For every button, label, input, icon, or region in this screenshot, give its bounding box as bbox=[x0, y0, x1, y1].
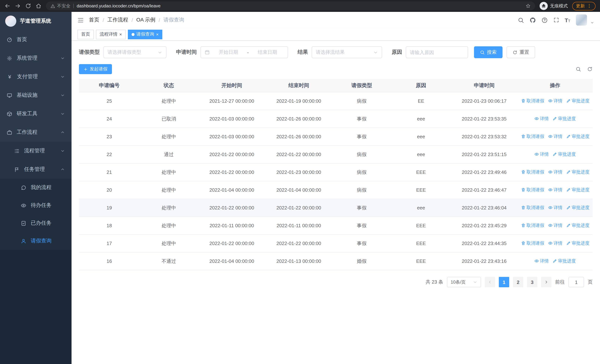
sidebar-item-system-management[interactable]: 系统管理 bbox=[0, 49, 72, 67]
detail-link[interactable]: 详情 bbox=[534, 258, 549, 264]
cell-status: 处理中 bbox=[140, 92, 198, 110]
help-icon[interactable] bbox=[541, 17, 548, 23]
sidebar-item-payment-management[interactable]: ¥ 支付管理 bbox=[0, 67, 72, 86]
reason-input[interactable] bbox=[406, 46, 468, 58]
reset-button[interactable]: 重置 bbox=[506, 46, 535, 58]
sidebar-item-home[interactable]: 首页 bbox=[0, 30, 72, 49]
detail-link[interactable]: 详情 bbox=[548, 205, 562, 211]
detail-label: 详情 bbox=[553, 169, 562, 175]
browser-menu-icon[interactable] bbox=[587, 3, 592, 9]
sidebar-item-dev-tools[interactable]: 研发工具 bbox=[0, 104, 72, 123]
tab-process-detail[interactable]: 流程详情 × bbox=[96, 29, 126, 39]
avatar[interactable] bbox=[576, 14, 587, 26]
approval-progress-label: 审批进度 bbox=[572, 205, 590, 211]
text-size-icon[interactable]: TT bbox=[565, 17, 570, 23]
security-indicator[interactable]: 不安全 bbox=[50, 3, 70, 9]
sidebar-item-my-process[interactable]: 我的流程 bbox=[0, 179, 72, 196]
address-bar[interactable]: 不安全 dashboard.yudao.iocoder.cn/bpm/oa/le… bbox=[46, 1, 535, 10]
tab-home[interactable]: 首页 bbox=[77, 29, 94, 39]
approval-progress-link[interactable]: 审批进度 bbox=[566, 240, 590, 246]
cancel-leave-link[interactable]: 取消请假 bbox=[521, 187, 544, 193]
search-button[interactable]: 搜索 bbox=[474, 46, 503, 58]
cancel-leave-link[interactable]: 取消请假 bbox=[521, 222, 544, 229]
sidebar-item-leave-query[interactable]: 请假查询 bbox=[0, 232, 72, 250]
table-tools bbox=[576, 66, 593, 72]
gear-icon bbox=[7, 56, 12, 61]
cell-actions: 取消请假详情审批进度 bbox=[517, 217, 593, 234]
cell-reason: EE bbox=[391, 92, 451, 110]
back-icon[interactable] bbox=[4, 3, 10, 9]
approval-progress-link[interactable]: 审批进度 bbox=[566, 98, 590, 104]
page-size-select[interactable]: 10条/页 bbox=[447, 277, 481, 287]
sidebar-item-todo-tasks[interactable]: 待办任务 bbox=[0, 196, 72, 214]
eye-icon bbox=[21, 203, 26, 208]
goto-page-input[interactable] bbox=[569, 277, 584, 287]
sidebar-item-label: 基础设施 bbox=[17, 92, 38, 99]
breadcrumb-oa-example[interactable]: OA 示例 bbox=[136, 17, 155, 23]
approval-progress-link[interactable]: 审批进度 bbox=[553, 258, 576, 264]
prev-page-button[interactable] bbox=[485, 277, 495, 287]
forward-icon[interactable] bbox=[15, 3, 21, 9]
detail-link[interactable]: 详情 bbox=[548, 187, 562, 193]
cancel-leave-link[interactable]: 取消请假 bbox=[521, 98, 544, 104]
detail-link[interactable]: 详情 bbox=[548, 222, 562, 229]
detail-link[interactable]: 详情 bbox=[534, 116, 549, 122]
leave-type-select[interactable]: 请选择请假类型 bbox=[103, 46, 166, 58]
next-page-button[interactable] bbox=[541, 277, 552, 287]
end-date-placeholder[interactable]: 结束日期 bbox=[251, 49, 284, 56]
search-icon[interactable] bbox=[517, 17, 524, 23]
sidebar-item-workflow[interactable]: 工作流程 bbox=[0, 123, 72, 142]
cell-actions: 取消请假详情审批进度 bbox=[517, 234, 593, 252]
result-select[interactable]: 请选择流结果 bbox=[312, 46, 382, 58]
reload-icon[interactable] bbox=[25, 3, 31, 9]
detail-link[interactable]: 详情 bbox=[534, 151, 549, 158]
approval-progress-link[interactable]: 审批进度 bbox=[566, 222, 590, 229]
approval-progress-link[interactable]: 审批进度 bbox=[553, 116, 576, 122]
start-date-placeholder[interactable]: 开始日期 bbox=[212, 49, 245, 56]
tab-leave-query[interactable]: 请假查询 × bbox=[128, 29, 162, 39]
sidebar-item-process-management[interactable]: 流程管理 bbox=[0, 142, 72, 160]
close-icon[interactable]: × bbox=[119, 32, 122, 37]
cell-applied: 2022-01-22 23:46:47 bbox=[451, 181, 517, 199]
show-search-icon[interactable] bbox=[576, 66, 581, 72]
apply-time-range-picker[interactable]: 开始日期 - 结束日期 bbox=[200, 46, 288, 58]
bookmark-star-icon[interactable] bbox=[525, 3, 531, 9]
detail-link[interactable]: 详情 bbox=[548, 98, 562, 104]
fullscreen-icon[interactable] bbox=[553, 17, 559, 23]
avatar-caret-icon[interactable] bbox=[590, 21, 594, 24]
sidebar-item-done-tasks[interactable]: 已办任务 bbox=[0, 214, 72, 232]
tags-view-bar: 首页 流程详情 × 请假查询 × bbox=[72, 28, 600, 41]
close-icon[interactable]: × bbox=[156, 32, 159, 37]
breadcrumb-workflow[interactable]: 工作流程 bbox=[107, 17, 128, 23]
approval-progress-label: 审批进度 bbox=[572, 222, 590, 229]
url-text[interactable]: dashboard.yudao.iocoder.cn/bpm/oa/leave bbox=[77, 3, 160, 9]
table-header-row: 申请编号 状态 开始时间 结束时间 请假类型 原因 申请时间 操作 bbox=[79, 79, 593, 92]
approval-progress-link[interactable]: 审批进度 bbox=[566, 187, 590, 193]
sidebar-toggle-icon[interactable] bbox=[77, 17, 84, 23]
detail-link[interactable]: 详情 bbox=[548, 133, 562, 140]
github-icon[interactable] bbox=[529, 17, 536, 23]
cancel-leave-link[interactable]: 取消请假 bbox=[521, 240, 544, 246]
page-button-1[interactable]: 1 bbox=[499, 277, 509, 287]
approval-progress-link[interactable]: 审批进度 bbox=[553, 151, 576, 158]
detail-link[interactable]: 详情 bbox=[548, 169, 562, 175]
approval-progress-link[interactable]: 审批进度 bbox=[566, 169, 590, 175]
cancel-leave-link[interactable]: 取消请假 bbox=[521, 169, 544, 175]
approval-progress-link[interactable]: 审批进度 bbox=[566, 205, 590, 211]
page-button-3[interactable]: 3 bbox=[527, 277, 537, 287]
update-button[interactable]: 更新 bbox=[572, 2, 596, 10]
breadcrumb-home[interactable]: 首页 bbox=[89, 17, 99, 23]
cancel-leave-link[interactable]: 取消请假 bbox=[521, 205, 544, 211]
home-icon[interactable] bbox=[36, 3, 41, 9]
page-button-2[interactable]: 2 bbox=[513, 277, 523, 287]
approval-progress-label: 审批进度 bbox=[572, 187, 590, 193]
create-leave-button[interactable]: 发起请假 bbox=[79, 64, 112, 74]
cancel-leave-link[interactable]: 取消请假 bbox=[521, 133, 544, 140]
sidebar-item-infrastructure[interactable]: 基础设施 bbox=[0, 86, 72, 104]
cell-reason: eee bbox=[391, 110, 451, 128]
refresh-table-icon[interactable] bbox=[587, 66, 593, 72]
cell-applied: 2022-01-22 23:49:46 bbox=[451, 163, 517, 181]
detail-link[interactable]: 详情 bbox=[548, 240, 562, 246]
sidebar-item-task-management[interactable]: 任务管理 bbox=[0, 160, 72, 179]
approval-progress-link[interactable]: 审批进度 bbox=[566, 133, 590, 140]
